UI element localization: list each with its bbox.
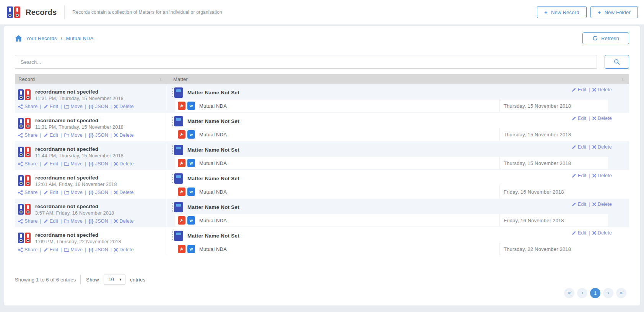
record-cell: recordname not specifed 3:57 AM, Friday,… xyxy=(15,199,167,227)
matter-edit-link[interactable]: Edit xyxy=(572,173,586,178)
sort-icon[interactable]: ↑↓ xyxy=(621,77,624,81)
word-file-icon[interactable]: w xyxy=(187,102,195,110)
search-button[interactable] xyxy=(605,55,629,69)
word-file-icon[interactable]: w xyxy=(187,188,195,196)
move-link[interactable]: Move xyxy=(64,190,83,195)
content-panel: Your Records / Mutual NDA Refresh Record… xyxy=(4,26,640,306)
matter-delete-link[interactable]: Delete xyxy=(592,230,612,236)
action-separator: | xyxy=(60,247,62,252)
braces-json-icon: {i} xyxy=(88,104,93,109)
delete-link[interactable]: Delete xyxy=(114,247,133,252)
matter-delete-link[interactable]: Delete xyxy=(592,202,612,207)
pdf-file-icon[interactable] xyxy=(178,102,185,110)
share-label: Share xyxy=(24,247,37,252)
edit-link[interactable]: Edit xyxy=(44,104,58,109)
delete-link[interactable]: Delete xyxy=(114,133,133,138)
move-link[interactable]: Move xyxy=(64,133,83,138)
matter-header: Matter Name Not Set xyxy=(173,116,629,126)
word-file-icon[interactable]: w xyxy=(187,159,195,167)
json-link[interactable]: {i} JSON xyxy=(88,104,108,109)
breadcrumb-current[interactable]: Mutual NDA xyxy=(66,36,94,41)
share-link[interactable]: Share xyxy=(18,190,37,195)
matter-edit-link[interactable]: Edit xyxy=(572,116,586,121)
edit-link[interactable]: Edit xyxy=(44,161,58,167)
share-link[interactable]: Share xyxy=(18,218,37,224)
move-link[interactable]: Move xyxy=(64,104,83,109)
table-row: recordname not specifed 11:31 PM, Thursd… xyxy=(15,113,629,141)
refresh-label: Refresh xyxy=(601,36,619,41)
json-link[interactable]: {i} JSON xyxy=(88,133,108,138)
pencil-icon xyxy=(44,219,48,223)
matter-delete-link[interactable]: Delete xyxy=(592,144,612,150)
move-link[interactable]: Move xyxy=(64,247,83,252)
binder-blue-icon xyxy=(18,89,24,100)
share-link[interactable]: Share xyxy=(18,161,37,167)
column-header-record[interactable]: Record ↑↓ xyxy=(15,76,167,82)
matter-delete-link[interactable]: Delete xyxy=(592,116,612,121)
share-link[interactable]: Share xyxy=(18,104,37,109)
pagination-page-1-button[interactable]: 1 xyxy=(590,288,600,298)
matter-file-name[interactable]: Mutual NDA xyxy=(199,132,227,137)
json-link[interactable]: {i} JSON xyxy=(88,190,108,195)
refresh-button[interactable]: Refresh xyxy=(582,32,629,44)
share-link[interactable]: Share xyxy=(18,247,37,252)
matter-file-name[interactable]: Mutual NDA xyxy=(199,160,227,166)
matter-file-name[interactable]: Mutual NDA xyxy=(199,189,227,195)
word-file-icon[interactable]: w xyxy=(187,130,195,139)
matter-file-name[interactable]: Mutual NDA xyxy=(199,246,227,252)
share-label: Share xyxy=(24,190,37,195)
new-record-button[interactable]: + New Record xyxy=(537,6,587,18)
edit-link[interactable]: Edit xyxy=(44,133,58,138)
move-link[interactable]: Move xyxy=(64,218,83,224)
delete-link[interactable]: Delete xyxy=(114,161,133,167)
delete-link[interactable]: Delete xyxy=(114,190,133,195)
delete-link[interactable]: Delete xyxy=(114,104,133,109)
matter-delete-link[interactable]: Delete xyxy=(592,87,612,92)
matter-file-name[interactable]: Mutual NDA xyxy=(199,218,227,223)
json-label: JSON xyxy=(95,247,108,252)
pagination-next-button[interactable]: › xyxy=(603,288,613,298)
move-link[interactable]: Move xyxy=(64,161,83,167)
matter-edit-link[interactable]: Edit xyxy=(572,202,586,207)
edit-link[interactable]: Edit xyxy=(44,247,58,252)
pdf-file-icon[interactable] xyxy=(178,159,185,167)
matter-actions: Edit | Delete xyxy=(572,116,612,121)
pagination-last-button[interactable]: » xyxy=(616,288,626,298)
pagination-prev-button[interactable]: ‹ xyxy=(577,288,587,298)
json-link[interactable]: {i} JSON xyxy=(88,247,108,252)
page-size-select[interactable]: 10 ▼ xyxy=(104,275,125,285)
word-file-icon[interactable]: w xyxy=(187,216,195,225)
pdf-file-icon[interactable] xyxy=(178,188,185,196)
delete-label: Delete xyxy=(119,247,133,252)
word-file-icon[interactable]: w xyxy=(187,245,195,253)
json-link[interactable]: {i} JSON xyxy=(88,161,108,167)
matter-delete-link[interactable]: Delete xyxy=(592,173,612,178)
matter-name: Matter Name Not Set xyxy=(187,90,239,95)
home-icon[interactable] xyxy=(15,35,22,42)
edit-link[interactable]: Edit xyxy=(44,190,58,195)
binder-red-icon xyxy=(25,175,31,186)
column-header-matter[interactable]: Matter ↑↓ xyxy=(167,76,629,82)
edit-link[interactable]: Edit xyxy=(44,218,58,224)
action-separator: | xyxy=(589,144,590,150)
breadcrumb: Your Records / Mutual NDA Refresh xyxy=(15,31,629,45)
delete-link[interactable]: Delete xyxy=(114,218,133,224)
matter-delete-label: Delete xyxy=(598,230,612,236)
breadcrumb-root-link[interactable]: Your Records xyxy=(26,36,57,41)
matter-edit-link[interactable]: Edit xyxy=(572,144,586,150)
json-label: JSON xyxy=(95,161,108,167)
matter-edit-link[interactable]: Edit xyxy=(572,87,586,92)
action-separator: | xyxy=(111,190,112,195)
new-folder-button[interactable]: + New Folder xyxy=(590,6,638,18)
json-link[interactable]: {i} JSON xyxy=(88,218,108,224)
pdf-file-icon[interactable] xyxy=(178,245,185,253)
pagination-first-button[interactable]: « xyxy=(564,288,574,298)
search-input[interactable] xyxy=(15,55,597,69)
pdf-file-icon[interactable] xyxy=(178,130,185,139)
matter-file-name[interactable]: Mutual NDA xyxy=(199,103,227,109)
pdf-file-icon[interactable] xyxy=(178,216,185,225)
matter-actions: Edit | Delete xyxy=(572,144,612,150)
sort-icon[interactable]: ↑↓ xyxy=(159,77,163,81)
share-link[interactable]: Share xyxy=(18,133,37,138)
matter-edit-link[interactable]: Edit xyxy=(572,230,586,236)
